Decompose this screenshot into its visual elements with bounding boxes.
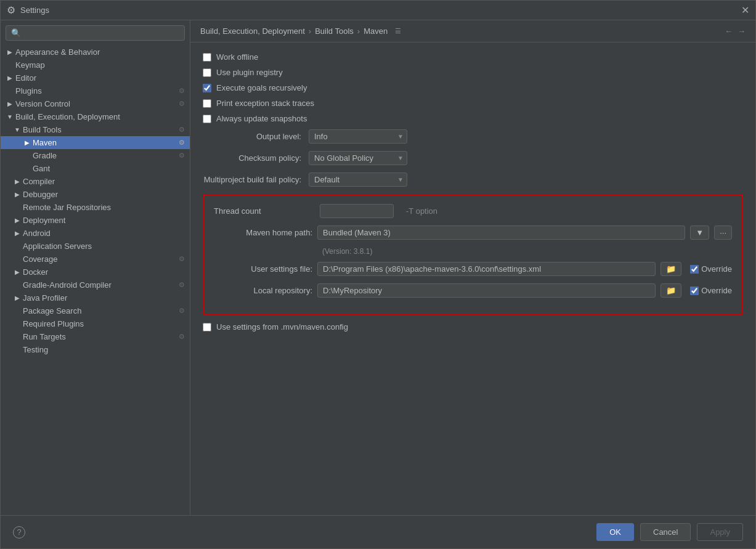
checksum-policy-select-wrapper: No Global Policy Fail Warn Ignore ▼ — [309, 151, 407, 165]
use-mvn-config-checkbox[interactable] — [203, 323, 211, 331]
thread-count-input[interactable] — [320, 204, 394, 218]
sidebar-item-remote-jar[interactable]: Remote Jar Repositories — [1, 201, 190, 214]
arrow-icon: ▼ — [6, 113, 14, 120]
t-option-label: -T option — [406, 206, 437, 216]
output-level-select[interactable]: Info Debug Warn Error — [309, 129, 407, 144]
sidebar-item-maven[interactable]: ▶ Maven ⚙ — [1, 136, 190, 149]
sidebar-item-plugins[interactable]: Plugins ⚙ — [1, 84, 190, 97]
work-offline-checkbox[interactable] — [203, 53, 211, 62]
arrow-icon: ▼ — [13, 126, 22, 133]
sidebar-item-gradle[interactable]: Gradle ⚙ — [1, 149, 190, 162]
local-repo-input[interactable] — [317, 283, 656, 298]
sidebar-item-label: Debugger — [23, 190, 185, 199]
sidebar-item-appearance[interactable]: ▶ Appearance & Behavior — [1, 46, 190, 59]
always-update-checkbox[interactable] — [203, 115, 211, 123]
sidebar-item-app-servers[interactable]: Application Servers — [1, 240, 190, 253]
maven-home-row: Maven home path: ▼ ··· — [214, 226, 732, 240]
sidebar-item-label: Keymap — [15, 60, 185, 70]
user-settings-row: User settings file: 📁 Override — [214, 262, 732, 276]
sidebar-item-label: Gradle — [33, 151, 176, 160]
apply-button[interactable]: Apply — [697, 523, 743, 541]
arrow-icon: ▶ — [13, 217, 22, 224]
local-repo-override-label: Override — [701, 286, 732, 295]
sidebar-item-deployment[interactable]: ▶ Deployment — [1, 214, 190, 227]
sidebar-item-required-plugins[interactable]: Required Plugins — [1, 317, 190, 330]
sidebar-item-docker[interactable]: ▶ Docker — [1, 266, 190, 279]
gear-icon: ⚙ — [179, 255, 185, 263]
gear-icon: ⚙ — [179, 100, 185, 108]
work-offline-row: Work offline — [203, 52, 743, 62]
arrow-icon: ▶ — [6, 75, 14, 81]
sidebar-item-label: Plugins — [15, 86, 176, 96]
maven-home-input[interactable] — [317, 226, 685, 240]
breadcrumb-sep-2: › — [357, 26, 360, 36]
sidebar-list: ▶ Appearance & Behavior Keymap ▶ Editor … — [1, 46, 190, 515]
sidebar-item-debugger[interactable]: ▶ Debugger — [1, 188, 190, 201]
sidebar-item-coverage[interactable]: Coverage ⚙ — [1, 253, 190, 266]
maven-home-dropdown-button[interactable]: ▼ — [690, 226, 709, 240]
nav-arrows: ← → — [725, 26, 746, 36]
gear-icon: ⚙ — [179, 139, 185, 147]
sidebar-item-build-tools[interactable]: ▼ Build Tools ⚙ — [1, 123, 190, 136]
sidebar-item-label: Run Targets — [23, 332, 176, 341]
checksum-policy-label: Checksum policy: — [203, 153, 301, 163]
gear-icon: ⚙ — [179, 126, 185, 134]
plugin-registry-checkbox[interactable] — [203, 68, 211, 77]
sidebar-item-label: Required Plugins — [23, 319, 185, 328]
breadcrumb-part-3: Maven — [364, 26, 388, 36]
nav-back-button[interactable]: ← — [725, 26, 733, 36]
settings-dialog: ⚙ Settings ✕ ▶ Appearance & Behavior Key… — [0, 0, 756, 549]
print-exception-checkbox[interactable] — [203, 99, 211, 108]
sidebar-item-package-search[interactable]: Package Search ⚙ — [1, 304, 190, 317]
sidebar-item-testing[interactable]: Testing — [1, 343, 190, 356]
arrow-icon: ▶ — [6, 49, 14, 55]
sidebar-item-run-targets[interactable]: Run Targets ⚙ — [1, 330, 190, 343]
sidebar-item-label: Testing — [23, 345, 185, 354]
user-settings-browse-button[interactable]: 📁 — [660, 262, 681, 276]
gear-icon: ⚙ — [179, 87, 185, 95]
local-repo-override-wrapper: Override — [690, 286, 732, 295]
local-repo-override-checkbox[interactable] — [690, 287, 699, 295]
ok-button[interactable]: OK — [596, 523, 634, 541]
maven-home-label: Maven home path: — [214, 228, 312, 237]
execute-goals-checkbox[interactable] — [203, 84, 211, 92]
sidebar-item-gant[interactable]: Gant — [1, 162, 190, 175]
dialog-body: ▶ Appearance & Behavior Keymap ▶ Editor … — [1, 20, 755, 515]
sidebar-item-gradle-android[interactable]: Gradle-Android Compiler ⚙ — [1, 279, 190, 291]
main-panel: Build, Execution, Deployment › Build Too… — [190, 20, 755, 515]
arrow-icon: ▶ — [13, 269, 22, 275]
sidebar-item-keymap[interactable]: Keymap — [1, 59, 190, 71]
breadcrumb-menu-icon[interactable]: ☰ — [395, 27, 401, 35]
breadcrumb: Build, Execution, Deployment › Build Too… — [190, 20, 755, 43]
sidebar-item-build-exec-deploy[interactable]: ▼ Build, Execution, Deployment — [1, 110, 190, 123]
maven-version-hint: (Version: 3.8.1) — [322, 247, 732, 256]
sidebar-item-label: Package Search — [23, 306, 176, 315]
sidebar-item-label: Application Servers — [23, 242, 185, 251]
cancel-button[interactable]: Cancel — [640, 523, 691, 541]
close-button[interactable]: ✕ — [741, 4, 749, 16]
nav-forward-button[interactable]: → — [738, 26, 746, 36]
print-exception-label: Print exception stack traces — [216, 99, 314, 108]
output-level-label: Output level: — [203, 132, 301, 141]
sidebar-item-label: Compiler — [23, 177, 185, 186]
multiproject-policy-select-wrapper: Default At End Never Fail At End ▼ — [309, 173, 407, 187]
sidebar-item-android[interactable]: ▶ Android — [1, 227, 190, 240]
multiproject-policy-select[interactable]: Default At End Never Fail At End — [309, 173, 407, 187]
local-repo-row: Local repository: 📁 Override — [214, 283, 732, 298]
maven-home-browse-button[interactable]: ··· — [714, 226, 732, 240]
sidebar-item-label: Build Tools — [23, 125, 176, 134]
sidebar-item-version-control[interactable]: ▶ Version Control ⚙ — [1, 97, 190, 110]
user-settings-input[interactable] — [317, 262, 656, 276]
arrow-icon: ▶ — [6, 100, 14, 107]
user-settings-override-checkbox[interactable] — [690, 265, 699, 274]
checksum-policy-select[interactable]: No Global Policy Fail Warn Ignore — [309, 151, 407, 165]
sidebar-item-java-profiler[interactable]: ▶ Java Profiler — [1, 291, 190, 304]
local-repo-browse-button[interactable]: 📁 — [660, 283, 681, 298]
sidebar-item-label: Remote Jar Repositories — [23, 203, 185, 212]
search-input[interactable] — [6, 25, 185, 41]
sidebar-item-compiler[interactable]: ▶ Compiler — [1, 175, 190, 188]
help-button[interactable]: ? — [13, 526, 25, 539]
user-settings-override-label: Override — [701, 264, 732, 274]
sidebar-item-editor[interactable]: ▶ Editor — [1, 71, 190, 84]
sidebar-item-label: Version Control — [15, 99, 176, 108]
